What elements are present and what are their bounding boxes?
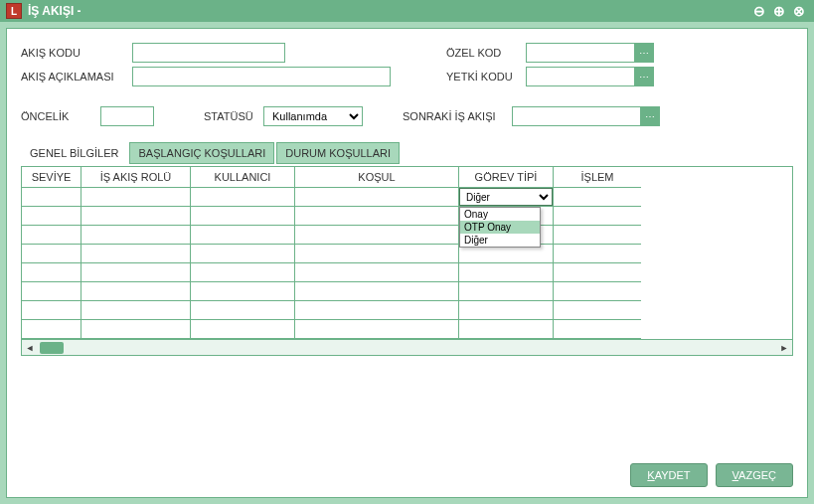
akis-kodu-group: AKIŞ KODU	[21, 43, 285, 63]
content-panel: AKIŞ KODU ÖZEL KOD ⋯ AKIŞ AÇIKLAMASI YET…	[6, 28, 808, 498]
table-row[interactable]	[22, 226, 792, 245]
col-header-kosul[interactable]: KOŞUL	[295, 167, 459, 188]
form-row-1: AKIŞ KODU ÖZEL KOD ⋯	[21, 43, 793, 63]
yetki-kodu-label: YETKİ KODU	[446, 71, 526, 83]
window-root: L İŞ AKIŞI - ⊖ ⊕ ⊗ AKIŞ KODU ÖZEL KOD ⋯ …	[0, 0, 814, 504]
table-row[interactable]: Diğer Onay OTP Onay Diğer	[22, 188, 792, 207]
oncelik-group: ÖNCELİK	[21, 106, 154, 126]
dropdown-option-otp-onay[interactable]: OTP Onay	[460, 221, 540, 234]
scroll-right-button[interactable]: ►	[776, 341, 792, 355]
scroll-thumb[interactable]	[40, 342, 64, 354]
table-row[interactable]	[22, 245, 792, 263]
horizontal-scrollbar[interactable]: ◄ ►	[22, 339, 792, 355]
ozel-kod-label: ÖZEL KOD	[446, 47, 526, 59]
footer: KAYDET VAZGEÇ	[21, 453, 793, 487]
sonraki-label: SONRAKİ İŞ AKIŞI	[403, 110, 512, 122]
col-header-kullanici[interactable]: KULLANICI	[191, 167, 295, 188]
close-button[interactable]: ⊗	[790, 2, 808, 20]
grid-header: SEVİYE İŞ AKIŞ ROLÜ KULLANICI KOŞUL GÖRE…	[22, 167, 792, 188]
vazgec-button[interactable]: VAZGEÇ	[716, 463, 793, 487]
table-row[interactable]	[22, 301, 792, 320]
cell-islem[interactable]	[554, 188, 641, 207]
minimize-button[interactable]: ⊖	[750, 2, 768, 20]
col-header-seviye[interactable]: SEVİYE	[22, 167, 81, 188]
sonraki-lookup-button[interactable]: ⋯	[640, 106, 660, 126]
statusu-select[interactable]: Kullanımda	[263, 106, 363, 126]
akis-kodu-label: AKIŞ KODU	[21, 47, 132, 59]
table-row[interactable]	[22, 207, 792, 226]
kaydet-button[interactable]: KAYDET	[630, 463, 707, 487]
oncelik-label: ÖNCELİK	[21, 110, 100, 122]
statusu-group: STATÜSÜ Kullanımda	[204, 106, 363, 126]
table-row[interactable]	[22, 263, 792, 282]
ozel-kod-lookup-button[interactable]: ⋯	[634, 43, 654, 63]
table-row[interactable]	[22, 282, 792, 301]
cell-seviye[interactable]	[22, 188, 81, 207]
akis-aciklamasi-input[interactable]	[132, 67, 391, 86]
form-row-3: ÖNCELİK STATÜSÜ Kullanımda SONRAKİ İŞ AK…	[21, 106, 793, 126]
col-header-gorev[interactable]: GÖREV TİPİ	[459, 167, 554, 188]
cell-kosul[interactable]	[295, 188, 459, 207]
oncelik-input[interactable]	[100, 106, 154, 126]
tab-genel-bilgiler[interactable]: GENEL BİLGİLER	[21, 142, 127, 164]
maximize-button[interactable]: ⊕	[770, 2, 788, 20]
cell-rol[interactable]	[81, 188, 191, 207]
akis-aciklamasi-group: AKIŞ AÇIKLAMASI	[21, 67, 391, 86]
yetki-kodu-input[interactable]	[526, 67, 635, 86]
tabs: GENEL BİLGİLER BAŞLANGIÇ KOŞULLARI DURUM…	[21, 142, 793, 164]
window-title: İŞ AKIŞI -	[28, 4, 750, 18]
form-row-2: AKIŞ AÇIKLAMASI YETKİ KODU ⋯	[21, 67, 793, 86]
tab-durum-kosullari[interactable]: DURUM KOŞULLARI	[276, 142, 400, 164]
cell-gorev[interactable]: Diğer Onay OTP Onay Diğer	[459, 188, 554, 207]
dropdown-option-onay[interactable]: Onay	[460, 208, 540, 221]
col-header-islem[interactable]: İŞLEM	[554, 167, 641, 188]
akis-aciklamasi-label: AKIŞ AÇIKLAMASI	[21, 71, 132, 83]
app-icon: L	[6, 3, 22, 19]
ozel-kod-input[interactable]	[526, 43, 635, 63]
scroll-left-button[interactable]: ◄	[22, 341, 38, 355]
yetki-kodu-group: YETKİ KODU ⋯	[446, 67, 654, 86]
ozel-kod-group: ÖZEL KOD ⋯	[446, 43, 654, 63]
grid: SEVİYE İŞ AKIŞ ROLÜ KULLANICI KOŞUL GÖRE…	[21, 166, 793, 356]
dropdown-option-diger[interactable]: Diğer	[460, 234, 540, 247]
cell-kullanici[interactable]	[191, 188, 295, 207]
yetki-kodu-lookup-button[interactable]: ⋯	[634, 67, 654, 86]
sonraki-group: SONRAKİ İŞ AKIŞI ⋯	[403, 106, 660, 126]
col-header-rol[interactable]: İŞ AKIŞ ROLÜ	[81, 167, 191, 188]
statusu-label: STATÜSÜ	[204, 110, 263, 122]
gorev-tipi-dropdown: Onay OTP Onay Diğer	[459, 207, 541, 248]
grid-body: Diğer Onay OTP Onay Diğer	[22, 188, 792, 339]
sonraki-input[interactable]	[512, 106, 641, 126]
titlebar-controls: ⊖ ⊕ ⊗	[750, 2, 808, 20]
gorev-tipi-select[interactable]: Diğer	[459, 188, 553, 206]
titlebar: L İŞ AKIŞI - ⊖ ⊕ ⊗	[0, 0, 814, 22]
akis-kodu-input[interactable]	[132, 43, 285, 63]
tab-baslangic-kosullari[interactable]: BAŞLANGIÇ KOŞULLARI	[129, 142, 274, 164]
table-row[interactable]	[22, 320, 792, 339]
